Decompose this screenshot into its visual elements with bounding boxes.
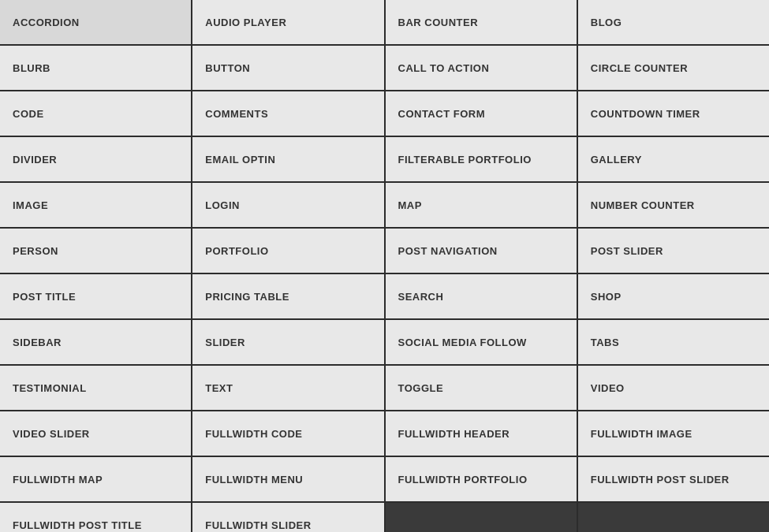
grid-item-label-blurb: BLURB <box>13 62 50 74</box>
grid-item-label-fullwidth-post-title: FULLWIDTH POST TITLE <box>13 519 142 531</box>
grid-item-label-login: LOGIN <box>205 199 240 211</box>
grid-item-slider[interactable]: SLIDER <box>192 320 383 364</box>
grid-item-sidebar[interactable]: SIDEBAR <box>0 320 191 364</box>
grid-item-fullwidth-portfolio[interactable]: FULLWIDTH PORTFOLIO <box>386 457 577 501</box>
grid-item-shop[interactable]: SHOP <box>578 274 769 318</box>
grid-item-empty-1 <box>578 503 769 532</box>
grid-item-person[interactable]: PERSON <box>0 229 191 273</box>
grid-item-label-fullwidth-map: FULLWIDTH MAP <box>13 474 103 485</box>
grid-item-email-optin[interactable]: EMAIL OPTIN <box>192 137 383 181</box>
grid-item-label-social-media-follow: SOCIAL MEDIA FOLLOW <box>398 337 527 348</box>
grid-item-fullwidth-menu[interactable]: FULLWIDTH MENU <box>192 457 383 501</box>
grid-item-gallery[interactable]: GALLERY <box>578 137 769 181</box>
grid-item-label-text: TEXT <box>205 382 233 394</box>
grid-item-label-audio-player: AUDIO PLAYER <box>205 17 286 28</box>
grid-item-empty-0 <box>386 503 577 532</box>
grid-item-label-fullwidth-slider: FULLWIDTH SLIDER <box>205 519 311 531</box>
grid-item-label-gallery: GALLERY <box>591 154 642 166</box>
grid-item-label-accordion: ACCORDION <box>13 17 80 28</box>
grid-item-label-person: PERSON <box>13 245 58 257</box>
grid-item-fullwidth-post-slider[interactable]: FULLWIDTH POST SLIDER <box>578 457 769 501</box>
grid-item-label-fullwidth-image: FULLWIDTH IMAGE <box>591 428 692 440</box>
grid-item-fullwidth-image[interactable]: FULLWIDTH IMAGE <box>578 411 769 456</box>
grid-item-label-video: VIDEO <box>591 382 625 394</box>
grid-item-label-number-counter: NUMBER COUNTER <box>591 199 695 211</box>
grid-item-blog[interactable]: BLOG <box>578 0 769 44</box>
grid-item-login[interactable]: LOGIN <box>192 183 383 227</box>
grid-item-label-testimonial: TESTIMONIAL <box>13 382 87 394</box>
grid-item-label-divider: DIVIDER <box>13 154 57 166</box>
grid-item-fullwidth-map[interactable]: FULLWIDTH MAP <box>0 457 191 501</box>
grid-item-label-call-to-action: CALL TO ACTION <box>398 62 490 74</box>
grid-item-label-sidebar: SIDEBAR <box>13 337 62 348</box>
grid-item-blurb[interactable]: BLURB <box>0 46 191 90</box>
grid-item-fullwidth-code[interactable]: FULLWIDTH CODE <box>192 411 383 456</box>
grid-item-label-shop: SHOP <box>591 291 622 303</box>
grid-item-label-fullwidth-post-slider: FULLWIDTH POST SLIDER <box>591 474 730 485</box>
grid-item-circle-counter[interactable]: CIRCLE COUNTER <box>578 46 769 90</box>
grid-item-label-slider: SLIDER <box>205 337 245 348</box>
grid-item-portfolio[interactable]: PORTFOLIO <box>192 229 383 273</box>
grid-item-number-counter[interactable]: NUMBER COUNTER <box>578 183 769 227</box>
grid-item-label-image: IMAGE <box>13 199 48 211</box>
widget-grid: ACCORDIONAUDIO PLAYERBAR COUNTERBLOGBLUR… <box>0 0 769 532</box>
grid-item-label-filterable-portfolio: FILTERABLE PORTFOLIO <box>398 154 532 166</box>
grid-item-post-navigation[interactable]: POST NAVIGATION <box>386 229 577 273</box>
grid-item-post-title[interactable]: POST TITLE <box>0 274 191 318</box>
grid-item-label-pricing-table: PRICING TABLE <box>205 291 289 303</box>
grid-item-comments[interactable]: COMMENTS <box>192 91 383 136</box>
grid-item-call-to-action[interactable]: CALL TO ACTION <box>386 46 577 90</box>
grid-item-label-code: CODE <box>13 108 44 120</box>
grid-item-fullwidth-post-title[interactable]: FULLWIDTH POST TITLE <box>0 503 191 532</box>
grid-item-label-post-title: POST TITLE <box>13 291 76 303</box>
grid-item-label-fullwidth-portfolio: FULLWIDTH PORTFOLIO <box>398 474 528 485</box>
grid-item-label-email-optin: EMAIL OPTIN <box>205 154 275 166</box>
grid-item-countdown-timer[interactable]: COUNTDOWN TIMER <box>578 91 769 136</box>
grid-item-video[interactable]: VIDEO <box>578 366 769 410</box>
grid-item-button[interactable]: BUTTON <box>192 46 383 90</box>
grid-item-pricing-table[interactable]: PRICING TABLE <box>192 274 383 318</box>
grid-item-bar-counter[interactable]: BAR COUNTER <box>386 0 577 44</box>
grid-item-label-fullwidth-menu: FULLWIDTH MENU <box>205 474 303 485</box>
grid-item-map[interactable]: MAP <box>386 183 577 227</box>
grid-item-label-circle-counter: CIRCLE COUNTER <box>591 62 688 74</box>
grid-item-label-countdown-timer: COUNTDOWN TIMER <box>591 108 700 120</box>
grid-item-label-blog: BLOG <box>591 17 622 28</box>
grid-item-text[interactable]: TEXT <box>192 366 383 410</box>
grid-item-social-media-follow[interactable]: SOCIAL MEDIA FOLLOW <box>386 320 577 364</box>
grid-item-tabs[interactable]: TABS <box>578 320 769 364</box>
grid-item-label-fullwidth-header: FULLWIDTH HEADER <box>398 428 510 440</box>
grid-item-label-map: MAP <box>398 199 422 211</box>
grid-item-label-search: SEARCH <box>398 291 444 303</box>
grid-item-label-fullwidth-code: FULLWIDTH CODE <box>205 428 302 440</box>
grid-item-video-slider[interactable]: VIDEO SLIDER <box>0 411 191 456</box>
grid-item-search[interactable]: SEARCH <box>386 274 577 318</box>
grid-item-post-slider[interactable]: POST SLIDER <box>578 229 769 273</box>
grid-item-label-button: BUTTON <box>205 62 250 74</box>
grid-item-label-post-navigation: POST NAVIGATION <box>398 245 498 257</box>
grid-item-contact-form[interactable]: CONTACT FORM <box>386 91 577 136</box>
grid-item-code[interactable]: CODE <box>0 91 191 136</box>
grid-item-filterable-portfolio[interactable]: FILTERABLE PORTFOLIO <box>386 137 577 181</box>
grid-item-label-bar-counter: BAR COUNTER <box>398 17 479 28</box>
grid-item-label-portfolio: PORTFOLIO <box>205 245 268 257</box>
grid-item-label-tabs: TABS <box>591 337 619 348</box>
grid-item-fullwidth-slider[interactable]: FULLWIDTH SLIDER <box>192 503 383 532</box>
grid-item-label-contact-form: CONTACT FORM <box>398 108 485 120</box>
grid-item-audio-player[interactable]: AUDIO PLAYER <box>192 0 383 44</box>
grid-item-label-video-slider: VIDEO SLIDER <box>13 428 90 440</box>
grid-item-label-post-slider: POST SLIDER <box>591 245 663 257</box>
grid-item-divider[interactable]: DIVIDER <box>0 137 191 181</box>
grid-item-label-comments: COMMENTS <box>205 108 268 120</box>
grid-item-testimonial[interactable]: TESTIMONIAL <box>0 366 191 410</box>
grid-item-accordion[interactable]: ACCORDION <box>0 0 191 44</box>
grid-item-toggle[interactable]: TOGGLE <box>386 366 577 410</box>
grid-item-label-toggle: TOGGLE <box>398 382 444 394</box>
grid-item-image[interactable]: IMAGE <box>0 183 191 227</box>
grid-item-fullwidth-header[interactable]: FULLWIDTH HEADER <box>386 411 577 456</box>
